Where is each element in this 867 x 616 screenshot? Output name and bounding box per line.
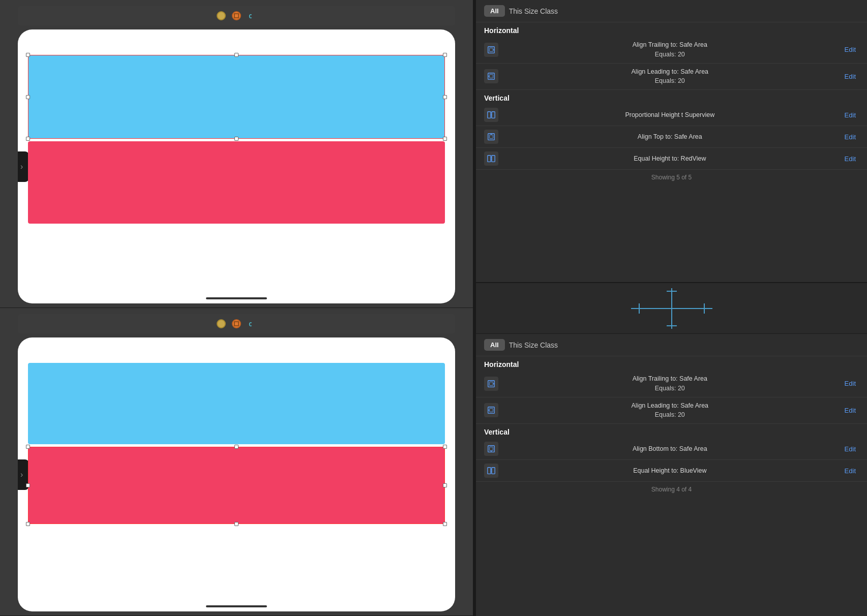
top-blue-selection-border — [28, 55, 445, 139]
top-blue-view[interactable] — [28, 55, 445, 139]
top-align-top-icon — [484, 130, 498, 144]
bottom-vertical-header: Vertical — [476, 424, 867, 438]
top-constraint-proportional: Proportional Height t Superview Edit — [476, 104, 867, 126]
top-size-class-bar: All This Size Class — [476, 0, 867, 22]
top-leading-icon — [484, 69, 498, 83]
handle-bc[interactable] — [234, 137, 238, 141]
top-vertical-header: Vertical — [476, 90, 867, 104]
bottom-constraint-trailing: Align Trailing to: Safe Area Equals: 20 … — [476, 371, 867, 397]
svg-rect-11 — [492, 112, 495, 118]
bottom-equal-height-icon — [484, 464, 498, 478]
bottom-handle-tr[interactable] — [443, 445, 447, 449]
viz-area — [476, 283, 867, 334]
top-constraint-equal-height: Equal Height to: RedView Edit — [476, 148, 867, 170]
svg-text:C: C — [249, 321, 252, 327]
bottom-canvas: C › — [0, 308, 473, 616]
top-proportional-text: Proportional Height t Superview — [503, 110, 836, 120]
bottom-align-bottom-icon — [484, 442, 498, 456]
top-this-size-class-label: This Size Class — [509, 7, 558, 15]
bottom-handle-ml[interactable] — [26, 483, 30, 487]
bottom-constraint-equal-height: Equal Height to: BlueView Edit — [476, 460, 867, 482]
handle-ml[interactable] — [26, 95, 30, 99]
top-all-button[interactable]: All — [484, 5, 505, 17]
viz-vertical-line — [671, 288, 672, 329]
bottom-showing-label: Showing 4 of 4 — [476, 482, 867, 497]
bottom-constraint-leading: Align Leading to: Safe Area Equals: 20 E… — [476, 397, 867, 424]
top-constraint-leading: Align Leading to: Safe Area Equals: 20 E… — [476, 64, 867, 90]
svg-text:C: C — [249, 13, 252, 19]
svg-rect-30 — [492, 468, 495, 474]
bottom-handle-tc[interactable] — [234, 445, 238, 449]
bottom-blue-view[interactable] — [28, 363, 445, 444]
svg-rect-27 — [489, 447, 493, 450]
bottom-toolbar-icon-circle — [217, 319, 226, 328]
bottom-leading-edit-button[interactable]: Edit — [842, 406, 859, 415]
bottom-all-button[interactable]: All — [484, 339, 505, 351]
top-equal-height-text: Equal Height to: RedView — [503, 154, 836, 164]
handle-mr[interactable] — [443, 95, 447, 99]
top-equal-height-icon — [484, 151, 498, 166]
svg-rect-8 — [489, 75, 493, 78]
top-constraints-panel: All This Size Class Horizontal Align Tra… — [476, 0, 867, 283]
top-leading-text: Align Leading to: Safe Area Equals: 20 — [503, 67, 836, 86]
svg-rect-0 — [234, 14, 238, 18]
top-proportional-edit-button[interactable]: Edit — [842, 110, 859, 120]
toolbar-icon-circle — [217, 11, 226, 20]
top-phone-container: › — [18, 29, 455, 303]
left-panel: C › — [0, 0, 473, 616]
bottom-equal-height-edit-button[interactable]: Edit — [842, 466, 859, 476]
top-home-indicator — [206, 297, 267, 299]
handle-tr[interactable] — [443, 53, 447, 57]
bottom-handle-bl[interactable] — [26, 522, 30, 526]
handle-br[interactable] — [443, 137, 447, 141]
handle-tl[interactable] — [26, 53, 30, 57]
bottom-handle-tl[interactable] — [26, 445, 30, 449]
top-equal-height-edit-button[interactable]: Edit — [842, 154, 859, 164]
bottom-leading-text: Align Leading to: Safe Area Equals: 20 — [503, 401, 836, 420]
bottom-home-indicator — [206, 605, 267, 607]
handle-tc[interactable] — [234, 53, 238, 57]
top-trailing-edit-button[interactable]: Edit — [842, 45, 859, 54]
top-trailing-icon — [484, 43, 498, 57]
svg-rect-10 — [488, 112, 491, 118]
bottom-toolbar-icon-c: C — [247, 319, 256, 328]
bottom-constraints-panel: All This Size Class Horizontal Align Tra… — [476, 334, 867, 616]
top-align-top-text: Align Top to: Safe Area — [503, 132, 836, 142]
bottom-arrow: › — [20, 470, 23, 479]
viz-cross — [631, 288, 712, 329]
top-align-top-edit-button[interactable]: Edit — [842, 132, 859, 142]
viz-tick-right — [704, 303, 705, 314]
bottom-leading-icon — [484, 403, 498, 417]
svg-rect-17 — [492, 156, 495, 162]
bottom-equal-height-text: Equal Height to: BlueView — [503, 466, 836, 476]
svg-rect-16 — [488, 156, 491, 162]
top-constraint-trailing: Align Trailing to: Safe Area Equals: 20 … — [476, 37, 867, 64]
top-notch — [18, 151, 29, 182]
bottom-this-size-class-label: This Size Class — [509, 341, 558, 349]
svg-rect-29 — [488, 468, 491, 474]
viz-tick-top — [667, 291, 677, 292]
top-arrow: › — [20, 162, 23, 171]
bottom-handle-br[interactable] — [443, 522, 447, 526]
bottom-toolbar: C — [18, 314, 455, 333]
top-showing-label: Showing 5 of 5 — [476, 170, 867, 185]
bottom-align-bottom-edit-button[interactable]: Edit — [842, 444, 859, 454]
handle-bl[interactable] — [26, 137, 30, 141]
top-toolbar: C — [18, 6, 455, 25]
top-red-view[interactable] — [28, 141, 445, 224]
right-panel: All This Size Class Horizontal Align Tra… — [476, 0, 867, 616]
bottom-red-view[interactable] — [28, 447, 445, 524]
svg-rect-2 — [234, 322, 238, 326]
bottom-trailing-edit-button[interactable]: Edit — [842, 379, 859, 388]
bottom-align-bottom-text: Align Bottom to: Safe Area — [503, 444, 836, 454]
bottom-red-selection-border — [28, 447, 445, 524]
svg-rect-21 — [489, 382, 493, 385]
top-leading-edit-button[interactable]: Edit — [842, 72, 859, 81]
bottom-horizontal-header: Horizontal — [476, 356, 867, 371]
top-trailing-text: Align Trailing to: Safe Area Equals: 20 — [503, 40, 836, 59]
bottom-handle-bc[interactable] — [234, 522, 238, 526]
bottom-handle-mr[interactable] — [443, 483, 447, 487]
toolbar-icon-cube — [232, 11, 241, 20]
svg-rect-24 — [489, 409, 493, 412]
toolbar-icon-c: C — [247, 11, 256, 20]
